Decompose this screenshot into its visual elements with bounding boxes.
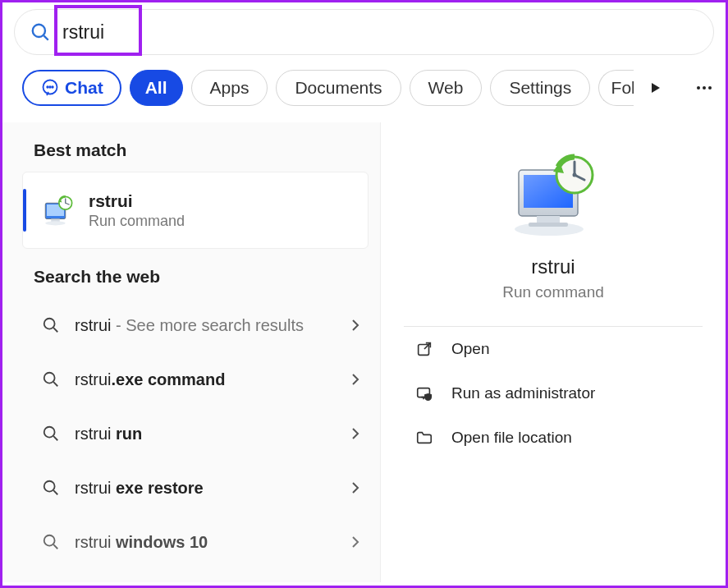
svg-point-7 [708, 86, 712, 90]
search-icon [42, 316, 60, 334]
filter-folders[interactable]: Fol [598, 70, 634, 106]
chevron-right-icon [349, 319, 362, 332]
action-run-as-admin[interactable]: Run as administrator [381, 371, 726, 416]
system-restore-icon [504, 150, 602, 241]
svg-point-15 [44, 427, 55, 438]
system-restore-icon [41, 193, 76, 227]
chevron-right-icon [349, 481, 362, 494]
preview-title: rstrui [381, 255, 726, 278]
play-arrow-icon [648, 81, 662, 94]
search-icon [42, 370, 60, 388]
web-result-text: rstrui - See more search results [75, 314, 342, 337]
svg-point-14 [44, 373, 55, 384]
filter-web-label: Web [428, 78, 464, 98]
svg-point-16 [44, 481, 55, 492]
search-icon [42, 479, 60, 497]
svg-point-17 [44, 535, 55, 546]
action-open[interactable]: Open [381, 327, 726, 371]
web-result-text: rstrui exe restore [75, 476, 342, 499]
filter-settings[interactable]: Settings [490, 70, 590, 106]
bing-chat-icon [40, 78, 60, 98]
svg-point-4 [52, 86, 53, 88]
svg-point-13 [44, 319, 55, 329]
action-location-label: Open file location [451, 429, 572, 447]
svg-point-2 [47, 86, 48, 88]
svg-rect-23 [529, 223, 568, 227]
filter-all[interactable]: All [130, 70, 183, 106]
filter-documents[interactable]: Documents [276, 70, 401, 106]
web-result-text: rstrui run [75, 422, 342, 445]
chevron-right-icon [349, 373, 362, 386]
more-horizontal-icon [694, 78, 714, 98]
folder-icon [415, 429, 433, 447]
web-result[interactable]: rstrui windows 10 [2, 515, 380, 569]
web-result[interactable]: rstrui run [2, 407, 380, 461]
filter-apps[interactable]: Apps [191, 70, 268, 106]
filter-web[interactable]: Web [410, 70, 483, 106]
open-icon [415, 340, 433, 358]
search-icon [42, 533, 60, 551]
svg-point-3 [49, 86, 51, 88]
search-web-heading: Search the web [2, 267, 380, 298]
scroll-filters-right[interactable] [648, 76, 662, 99]
action-open-location[interactable]: Open file location [381, 416, 726, 460]
best-match-result[interactable]: rstrui Run command [22, 172, 369, 249]
web-result[interactable]: rstrui exe restore [2, 461, 380, 515]
filter-settings-label: Settings [509, 78, 571, 98]
action-open-label: Open [451, 340, 489, 358]
preview-pane: rstrui Run command Open Run as administr… [380, 122, 726, 582]
svg-point-6 [703, 86, 706, 90]
results-column: Best match rstrui Run command Sear [2, 122, 380, 582]
preview-subtitle: Run command [381, 283, 726, 301]
filter-chat[interactable]: Chat [22, 70, 121, 106]
svg-point-11 [45, 221, 66, 225]
chevron-right-icon [349, 427, 362, 440]
search-bar[interactable] [14, 9, 714, 55]
filter-row: Chat All Apps Documents Web Settings Fol [2, 55, 726, 122]
best-match-heading: Best match [2, 140, 380, 172]
filter-folders-label: Fol [611, 78, 634, 98]
more-options-button[interactable] [694, 71, 714, 104]
action-admin-label: Run as administrator [451, 384, 595, 402]
web-result[interactable]: rstrui.exe command [2, 352, 380, 407]
svg-point-0 [33, 25, 45, 37]
best-match-subtitle: Run command [89, 213, 185, 230]
shield-admin-icon [415, 384, 433, 402]
filter-all-label: All [145, 78, 167, 98]
filter-apps-label: Apps [210, 78, 250, 98]
web-result[interactable]: rstrui - See more search results [2, 298, 380, 352]
svg-rect-22 [537, 216, 560, 223]
web-result-text: rstrui.exe command [75, 368, 342, 391]
search-input[interactable] [62, 21, 698, 44]
search-icon [30, 21, 51, 43]
web-result-text: rstrui windows 10 [75, 531, 342, 554]
search-icon [42, 425, 60, 443]
svg-point-5 [697, 86, 700, 90]
filter-chat-label: Chat [65, 78, 103, 98]
filter-documents-label: Documents [295, 78, 382, 98]
chevron-right-icon [349, 535, 362, 549]
best-match-title: rstrui [89, 191, 185, 211]
